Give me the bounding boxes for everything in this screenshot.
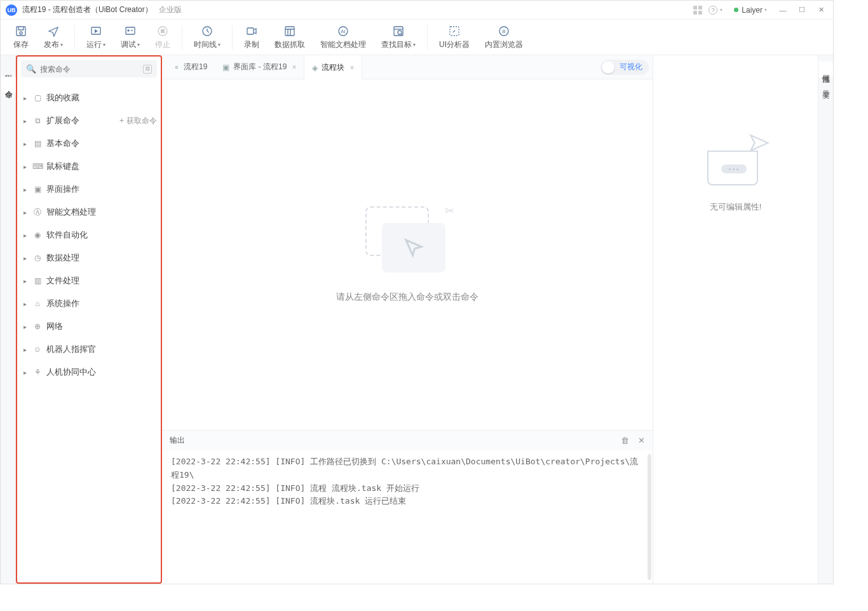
category-icon: Ⓐ bbox=[32, 207, 43, 218]
timeline-button[interactable]: 时间线▾ bbox=[186, 22, 228, 53]
maximize-button[interactable]: ☐ bbox=[792, 1, 811, 19]
vtab-prop[interactable]: 属性 bbox=[818, 62, 833, 77]
tree-item-label: 界面操作 bbox=[46, 184, 79, 195]
caret-icon: ▸ bbox=[24, 209, 31, 216]
collapse-all-icon[interactable]: ⊡ bbox=[143, 65, 152, 74]
svg-rect-3 bbox=[126, 27, 135, 34]
debug-button[interactable]: 调试▾ bbox=[113, 22, 147, 53]
properties-panel: 无可编辑属性! bbox=[653, 55, 818, 584]
file-tab[interactable]: ◈流程块× bbox=[304, 55, 362, 79]
tree-item-label: 我的收藏 bbox=[46, 92, 79, 104]
output-clear-icon[interactable]: 🗑 bbox=[621, 436, 629, 445]
tab-close-icon[interactable]: × bbox=[349, 64, 354, 72]
run-button[interactable]: 运行▾ bbox=[79, 22, 113, 53]
caret-icon: ▸ bbox=[24, 186, 31, 193]
caret-icon: ▸ bbox=[24, 140, 31, 147]
caret-icon: ▸ bbox=[24, 300, 31, 307]
get-commands-link[interactable]: +获取命令 bbox=[119, 116, 157, 126]
main-toolbar: 保存 发布▾ 运行▾ 调试▾ 停止 时间线▾ 录制 数据抓取 AI智能文档处理 … bbox=[1, 20, 833, 55]
canvas-placeholder-icon: ✂ bbox=[363, 206, 452, 276]
caret-icon: ▸ bbox=[24, 255, 31, 262]
tree-item-label: 系统操作 bbox=[46, 298, 79, 309]
user-menu[interactable]: Laiyer▾ bbox=[734, 6, 767, 15]
tree-item-label: 软件自动化 bbox=[46, 229, 88, 241]
output-title: 输出 bbox=[170, 435, 185, 446]
save-button[interactable]: 保存 bbox=[6, 22, 36, 53]
output-line: [2022-3-22 22:42:55] [INFO] 流程 流程块.task … bbox=[171, 482, 644, 495]
category-icon: ▤ bbox=[32, 139, 43, 148]
vtab-var[interactable]: 变量 bbox=[818, 77, 833, 92]
right-vertical-tabs: 属性 变量 bbox=[818, 55, 833, 584]
category-icon: ⌂ bbox=[32, 299, 43, 308]
tree-item-label: 基本命令 bbox=[46, 138, 79, 149]
tree-item[interactable]: ▸⧉扩展命令+获取命令 bbox=[24, 109, 157, 132]
tree-item[interactable]: ▸⌨鼠标键盘 bbox=[24, 155, 157, 178]
tree-item[interactable]: ▸◉软件自动化 bbox=[24, 224, 157, 246]
tree-item[interactable]: ▸▥文件处理 bbox=[24, 269, 157, 292]
toggle-knob-icon bbox=[602, 61, 614, 74]
plus-icon: + bbox=[119, 116, 124, 125]
file-tab-label: 流程19 bbox=[184, 62, 207, 72]
find-target-button[interactable]: 查找目标▾ bbox=[374, 22, 423, 53]
record-button[interactable]: 录制 bbox=[236, 22, 267, 53]
caret-icon: ▸ bbox=[24, 369, 31, 376]
publish-button[interactable]: 发布▾ bbox=[36, 22, 71, 53]
vtab-cmd[interactable]: 命令 bbox=[1, 77, 16, 92]
svg-text:AI: AI bbox=[341, 29, 346, 34]
vtab-flow[interactable]: 流程 bbox=[1, 62, 15, 77]
category-icon: ▢ bbox=[32, 93, 43, 102]
visual-mode-toggle[interactable]: 可视化 bbox=[600, 60, 649, 75]
category-icon: ⧉ bbox=[32, 116, 43, 125]
help-icon[interactable]: ? bbox=[709, 6, 717, 15]
tree-item[interactable]: ▸Ⓐ智能文档处理 bbox=[24, 201, 157, 224]
category-icon: ◉ bbox=[32, 231, 43, 239]
tree-item-label: 机器人指挥官 bbox=[46, 344, 96, 355]
caret-icon: ▸ bbox=[24, 232, 31, 239]
tab-type-icon: ▣ bbox=[222, 63, 229, 72]
browser-button[interactable]: B内置浏览器 bbox=[477, 22, 531, 53]
properties-empty-icon bbox=[701, 131, 771, 189]
output-panel-header: 输出 🗑 ✕ bbox=[162, 430, 653, 450]
minimize-button[interactable]: — bbox=[773, 1, 792, 19]
apps-grid-icon[interactable] bbox=[693, 6, 702, 15]
idp-button[interactable]: AI智能文档处理 bbox=[313, 22, 374, 53]
file-tab[interactable]: ⚬流程19 bbox=[166, 55, 215, 79]
search-icon: 🔍 bbox=[26, 64, 36, 74]
workflow-canvas[interactable]: ✂ 请从左侧命令区拖入命令或双击命令 bbox=[162, 79, 653, 430]
tree-item[interactable]: ▸▣界面操作 bbox=[24, 178, 157, 201]
output-line: [2022-3-22 22:42:55] [INFO] 工作路径已切换到 C:\… bbox=[171, 455, 644, 482]
tree-item-label: 文件处理 bbox=[46, 275, 79, 286]
output-close-icon[interactable]: ✕ bbox=[638, 436, 645, 445]
scrollbar[interactable] bbox=[648, 454, 651, 580]
caret-icon: ▸ bbox=[24, 346, 31, 353]
tree-item[interactable]: ▸◷数据处理 bbox=[24, 246, 157, 269]
search-input[interactable] bbox=[40, 65, 143, 74]
category-icon: ☺ bbox=[32, 345, 43, 354]
stop-button: 停止 bbox=[147, 22, 178, 53]
category-icon: ⌨ bbox=[32, 162, 43, 171]
tree-item[interactable]: ▸⚘人机协同中心 bbox=[24, 361, 157, 384]
category-icon: ◷ bbox=[32, 253, 43, 262]
window-title: 流程19 - 流程创造者（UiBot Creator） bbox=[22, 4, 153, 15]
ui-analyzer-button[interactable]: UI分析器 bbox=[431, 22, 477, 53]
svg-point-4 bbox=[128, 30, 129, 31]
close-button[interactable]: ✕ bbox=[811, 1, 831, 19]
category-icon: ⊕ bbox=[32, 322, 43, 331]
data-capture-button[interactable]: 数据抓取 bbox=[267, 22, 313, 53]
tree-item-label: 扩展命令 bbox=[46, 115, 79, 126]
command-tree: ▸▢我的收藏▸⧉扩展命令+获取命令▸▤基本命令▸⌨鼠标键盘▸▣界面操作▸Ⓐ智能文… bbox=[21, 86, 157, 579]
tree-item-label: 鼠标键盘 bbox=[46, 161, 79, 172]
tab-close-icon[interactable]: × bbox=[292, 63, 296, 72]
output-line: [2022-3-22 22:42:55] [INFO] 流程块.task 运行已… bbox=[171, 495, 644, 508]
output-panel-body[interactable]: [2022-3-22 22:42:55] [INFO] 工作路径已切换到 C:\… bbox=[162, 450, 653, 584]
tree-item[interactable]: ▸☺机器人指挥官 bbox=[24, 338, 157, 361]
app-icon: UB bbox=[6, 4, 17, 16]
file-tab[interactable]: ▣界面库 - 流程19× bbox=[215, 55, 304, 79]
svg-rect-9 bbox=[285, 27, 294, 36]
canvas-hint: 请从左侧命令区拖入命令或双击命令 bbox=[336, 292, 478, 303]
tree-item[interactable]: ▸▤基本命令 bbox=[24, 132, 157, 155]
tree-item[interactable]: ▸⌂系统操作 bbox=[24, 292, 157, 315]
tree-item[interactable]: ▸▢我的收藏 bbox=[24, 86, 157, 109]
tree-item[interactable]: ▸⊕网络 bbox=[24, 315, 157, 338]
command-search[interactable]: 🔍 ⊡ bbox=[21, 60, 157, 77]
